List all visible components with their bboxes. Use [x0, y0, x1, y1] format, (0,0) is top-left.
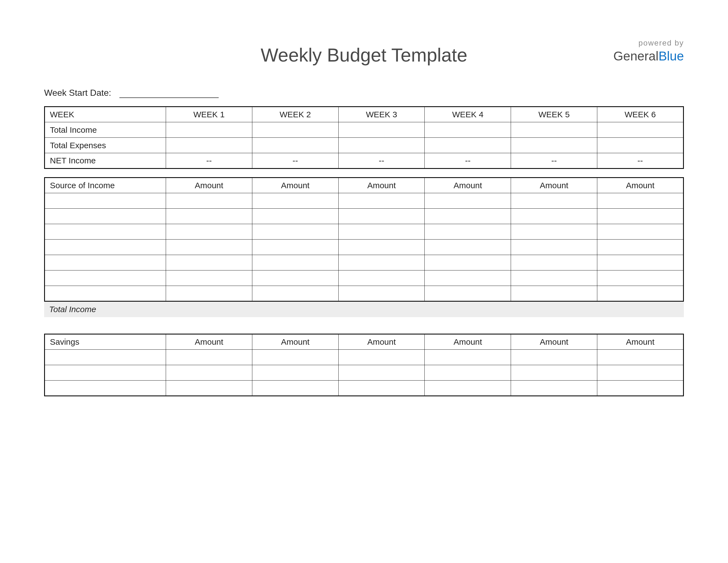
- row-label: Total Expenses: [45, 138, 166, 153]
- cell[interactable]: [425, 209, 511, 224]
- cell[interactable]: [511, 209, 597, 224]
- cell[interactable]: [45, 365, 166, 381]
- cell[interactable]: [338, 224, 425, 239]
- cell[interactable]: [425, 286, 511, 302]
- cell[interactable]: [45, 209, 166, 224]
- cell[interactable]: [252, 193, 338, 209]
- cell[interactable]: [252, 255, 338, 270]
- cell[interactable]: [597, 255, 684, 270]
- cell[interactable]: [425, 239, 511, 255]
- cell[interactable]: [45, 239, 166, 255]
- cell[interactable]: [597, 270, 684, 286]
- cell[interactable]: [45, 270, 166, 286]
- cell[interactable]: [252, 350, 338, 365]
- cell[interactable]: [166, 270, 252, 286]
- cell[interactable]: [511, 224, 597, 239]
- cell[interactable]: [597, 138, 684, 153]
- income-header-cell: Amount: [166, 178, 252, 193]
- cell[interactable]: [166, 350, 252, 365]
- cell[interactable]: [338, 255, 425, 270]
- cell[interactable]: [45, 350, 166, 365]
- cell[interactable]: [338, 270, 425, 286]
- cell[interactable]: [511, 350, 597, 365]
- cell[interactable]: [511, 381, 597, 396]
- cell[interactable]: [597, 209, 684, 224]
- cell[interactable]: [338, 365, 425, 381]
- savings-header-cell: Amount: [425, 334, 511, 350]
- cell[interactable]: [166, 209, 252, 224]
- powered-by-label: powered by: [613, 39, 684, 47]
- cell[interactable]: [252, 239, 338, 255]
- cell[interactable]: [338, 381, 425, 396]
- cell[interactable]: [45, 381, 166, 396]
- cell[interactable]: [511, 239, 597, 255]
- summary-header-row: WEEK WEEK 1 WEEK 2 WEEK 3 WEEK 4 WEEK 5 …: [45, 107, 684, 122]
- cell[interactable]: [338, 193, 425, 209]
- income-header-cell: Amount: [511, 178, 597, 193]
- cell[interactable]: [597, 381, 684, 396]
- cell[interactable]: [45, 286, 166, 302]
- cell[interactable]: [166, 122, 252, 138]
- cell[interactable]: [166, 224, 252, 239]
- cell[interactable]: [338, 239, 425, 255]
- cell[interactable]: [45, 193, 166, 209]
- cell[interactable]: [425, 350, 511, 365]
- cell[interactable]: [338, 122, 425, 138]
- cell[interactable]: [166, 138, 252, 153]
- savings-header-cell: Amount: [597, 334, 684, 350]
- week-start-date-input[interactable]: [119, 88, 219, 98]
- cell[interactable]: [338, 286, 425, 302]
- cell[interactable]: [252, 286, 338, 302]
- cell[interactable]: [166, 381, 252, 396]
- cell[interactable]: [597, 286, 684, 302]
- cell[interactable]: [597, 365, 684, 381]
- cell[interactable]: [338, 209, 425, 224]
- cell[interactable]: [425, 365, 511, 381]
- cell[interactable]: [597, 122, 684, 138]
- income-total-strip: Total Income: [44, 302, 684, 317]
- cell: [598, 302, 684, 317]
- cell[interactable]: [425, 122, 511, 138]
- cell[interactable]: [597, 350, 684, 365]
- summary-header-cell: WEEK 3: [338, 107, 425, 122]
- cell[interactable]: [511, 138, 597, 153]
- savings-header-cell: Amount: [511, 334, 597, 350]
- cell[interactable]: [252, 122, 338, 138]
- summary-row-net-income: NET Income -- -- -- -- -- --: [45, 153, 684, 169]
- cell[interactable]: [511, 193, 597, 209]
- cell[interactable]: [511, 365, 597, 381]
- cell[interactable]: [338, 350, 425, 365]
- cell: [252, 302, 338, 317]
- cell[interactable]: [252, 365, 338, 381]
- cell[interactable]: [166, 193, 252, 209]
- cell[interactable]: [597, 193, 684, 209]
- cell[interactable]: [511, 122, 597, 138]
- cell[interactable]: [511, 270, 597, 286]
- cell[interactable]: [425, 138, 511, 153]
- cell[interactable]: [252, 138, 338, 153]
- week-start-date-label: Week Start Date:: [44, 88, 111, 98]
- cell[interactable]: [252, 270, 338, 286]
- income-row: [45, 224, 684, 239]
- cell[interactable]: [425, 270, 511, 286]
- cell[interactable]: [425, 381, 511, 396]
- cell[interactable]: [425, 255, 511, 270]
- cell[interactable]: [338, 138, 425, 153]
- cell[interactable]: [597, 224, 684, 239]
- savings-row: [45, 365, 684, 381]
- cell[interactable]: [45, 224, 166, 239]
- cell[interactable]: [166, 239, 252, 255]
- income-header-cell: Amount: [597, 178, 684, 193]
- cell[interactable]: [45, 255, 166, 270]
- cell[interactable]: [252, 209, 338, 224]
- cell[interactable]: [511, 255, 597, 270]
- cell[interactable]: [166, 255, 252, 270]
- cell[interactable]: [252, 224, 338, 239]
- cell[interactable]: [511, 286, 597, 302]
- cell[interactable]: [166, 286, 252, 302]
- cell[interactable]: [425, 224, 511, 239]
- cell[interactable]: [166, 365, 252, 381]
- cell[interactable]: [597, 239, 684, 255]
- cell[interactable]: [425, 193, 511, 209]
- cell[interactable]: [252, 381, 338, 396]
